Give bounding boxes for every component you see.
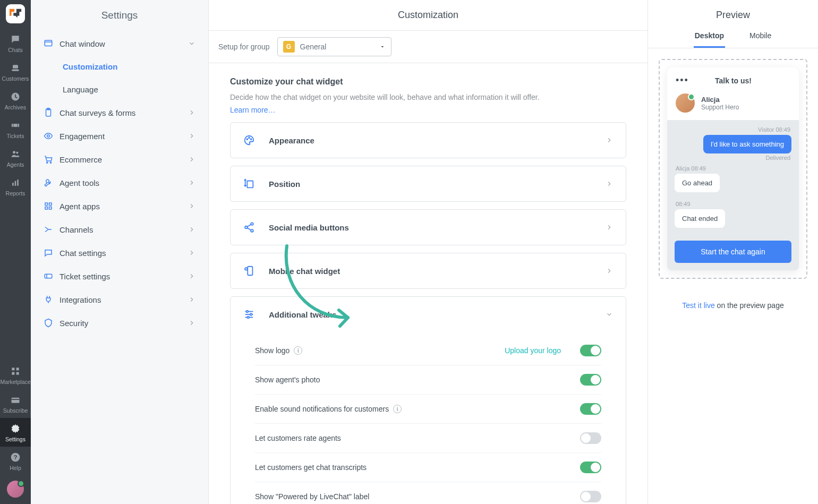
nav-subscribe-label: Subscribe xyxy=(3,407,28,414)
menu-security[interactable]: Security xyxy=(31,311,208,335)
brand-logo[interactable] xyxy=(6,4,25,23)
learn-more-link[interactable]: Learn more… xyxy=(230,106,276,114)
chevron-down-icon xyxy=(188,40,195,47)
start-chat-again-button[interactable]: Start the chat again xyxy=(675,241,791,263)
menu-engagement[interactable]: Engagement xyxy=(31,124,208,148)
toggle-show-logo[interactable] xyxy=(580,345,601,356)
nav-tickets[interactable]: Tickets xyxy=(0,115,31,143)
row-transcripts: Let customers get chat transcripts xyxy=(255,453,601,482)
section-lead: Decide how the chat widget on your websi… xyxy=(230,92,626,103)
clipboard-icon xyxy=(44,108,53,117)
agent-bubble-1: Go ahead xyxy=(675,174,720,192)
toggle-transcripts[interactable] xyxy=(580,462,601,473)
menu-agent-apps[interactable]: Agent apps xyxy=(31,194,208,218)
widget-header-title: Talk to us! xyxy=(689,76,778,85)
svg-rect-5 xyxy=(12,183,14,186)
chevron-down-icon xyxy=(606,311,613,318)
svg-rect-1 xyxy=(12,70,19,71)
card-appearance: Appearance xyxy=(230,122,626,158)
chat-icon xyxy=(44,248,53,258)
nav-agents[interactable]: Agents xyxy=(0,143,31,172)
svg-point-21 xyxy=(47,135,50,138)
nav-marketplace[interactable]: Marketplace xyxy=(0,361,31,389)
toggle-rate[interactable] xyxy=(580,432,601,444)
tab-mobile[interactable]: Mobile xyxy=(748,26,772,48)
global-nav-rail: Chats Customers Archives Tickets Agents … xyxy=(0,0,31,504)
svg-rect-17 xyxy=(45,40,52,46)
svg-point-40 xyxy=(245,268,248,270)
chevron-right-icon xyxy=(188,319,195,327)
info-icon[interactable]: i xyxy=(393,405,402,413)
group-badge: G xyxy=(283,41,295,53)
chat-widget-preview: ••• Talk to us! Alicja Support Hero Visi… xyxy=(667,67,799,270)
widget-menu-icon[interactable]: ••• xyxy=(676,75,689,86)
test-live-link[interactable]: Test it live xyxy=(682,301,714,310)
nav-settings[interactable]: Settings xyxy=(0,418,31,447)
info-icon[interactable]: i xyxy=(294,346,302,355)
chevron-right-icon xyxy=(606,267,613,275)
nav-subscribe[interactable]: Subscribe xyxy=(0,389,31,418)
svg-rect-39 xyxy=(248,267,252,276)
group-selector-bar: Setup for group G General xyxy=(209,31,647,63)
toggle-sound[interactable] xyxy=(580,403,601,415)
share-icon xyxy=(243,221,255,233)
svg-rect-9 xyxy=(16,368,19,370)
svg-rect-0 xyxy=(13,65,18,69)
submenu-customization[interactable]: Customization xyxy=(31,55,208,78)
card-social: Social media buttons xyxy=(230,209,626,245)
plug-icon xyxy=(44,295,53,304)
nav-archives[interactable]: Archives xyxy=(0,86,31,115)
card-tweaks-header[interactable]: Additional tweaks xyxy=(231,297,626,332)
menu-chat-window[interactable]: Chat window xyxy=(31,32,208,55)
nav-help[interactable]: ? Help xyxy=(0,447,31,475)
current-user-avatar[interactable] xyxy=(7,481,24,498)
nav-customers[interactable]: Customers xyxy=(0,57,31,86)
group-select[interactable]: G General xyxy=(277,37,391,56)
menu-surveys[interactable]: Chat surveys & forms xyxy=(31,101,208,124)
svg-rect-13 xyxy=(12,399,20,400)
shield-icon xyxy=(44,318,53,328)
svg-point-45 xyxy=(250,313,252,315)
menu-ecommerce[interactable]: Ecommerce xyxy=(31,148,208,171)
menu-ticket-settings[interactable]: Ticket settings xyxy=(31,264,208,288)
caret-down-icon xyxy=(379,44,386,50)
agent-meta: Alicja 08:49 xyxy=(676,165,790,172)
svg-rect-10 xyxy=(12,372,14,375)
svg-point-44 xyxy=(246,311,249,313)
main-title: Customization xyxy=(209,0,647,31)
chevron-right-icon xyxy=(606,224,613,231)
chevron-right-icon xyxy=(188,296,195,303)
menu-channels[interactable]: Channels xyxy=(31,218,208,241)
menu-chat-settings[interactable]: Chat settings xyxy=(31,241,208,264)
eye-icon xyxy=(44,131,53,141)
svg-point-30 xyxy=(246,139,248,140)
toggle-show-photo[interactable] xyxy=(580,374,601,386)
menu-agent-tools[interactable]: Agent tools xyxy=(31,171,208,194)
preview-title: Preview xyxy=(648,0,818,26)
menu-integrations[interactable]: Integrations xyxy=(31,288,208,311)
card-mobile: Mobile chat widget xyxy=(230,253,626,289)
upload-logo-link[interactable]: Upload your logo xyxy=(505,346,561,355)
svg-point-46 xyxy=(247,317,249,319)
nav-chats[interactable]: Chats xyxy=(0,29,31,57)
card-position: Position xyxy=(230,166,626,202)
nav-archives-label: Archives xyxy=(5,104,26,110)
chat-window-icon xyxy=(44,39,53,48)
mobile-widget-icon xyxy=(243,265,255,277)
tab-desktop[interactable]: Desktop xyxy=(694,26,725,48)
card-social-header[interactable]: Social media buttons xyxy=(231,210,626,245)
section-heading: Customize your chat widget xyxy=(230,77,626,87)
preview-canvas: ••• Talk to us! Alicja Support Hero Visi… xyxy=(659,59,807,279)
svg-rect-33 xyxy=(247,181,253,188)
nav-reports[interactable]: Reports xyxy=(0,172,31,201)
preview-panel: Preview Desktop Mobile ••• Talk to us! A… xyxy=(648,0,818,504)
position-icon xyxy=(243,178,255,190)
card-mobile-header[interactable]: Mobile chat widget xyxy=(231,253,626,288)
svg-line-38 xyxy=(247,228,251,230)
submenu-language[interactable]: Language xyxy=(31,78,208,101)
card-position-header[interactable]: Position xyxy=(231,166,626,201)
chevron-right-icon xyxy=(606,136,613,144)
row-rate: Let customers rate agents xyxy=(255,424,601,453)
toggle-powered[interactable] xyxy=(580,491,601,502)
card-appearance-header[interactable]: Appearance xyxy=(231,123,626,158)
